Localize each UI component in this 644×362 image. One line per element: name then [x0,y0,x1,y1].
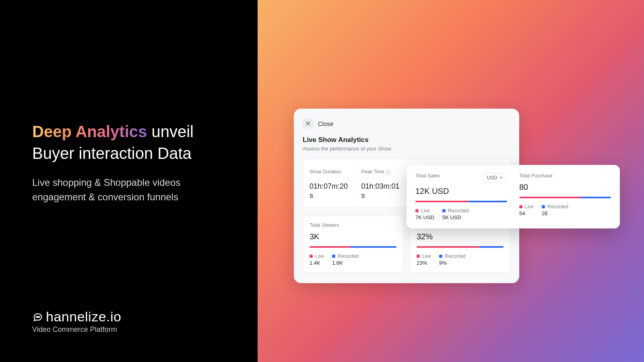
bar-recorded-segment [581,197,611,198]
headline-accent: Deep Analytics [32,123,147,140]
svg-point-2 [39,316,39,317]
chat-bubble-icon [32,311,43,323]
bar-live-segment [417,246,479,248]
legend: Live1.4K Recorded1.6K [310,253,396,266]
hero-panel: Deep Analytics unveil Buyer interaction … [0,0,258,362]
close-icon [305,121,310,126]
stat-label: Total Sales [415,173,440,179]
progress-bar [310,246,396,248]
headline-line2: Buyer interaction Data [32,144,192,162]
legend: Live54 Recorded26 [519,204,611,216]
stat-value: 80 [519,183,611,192]
currency-select[interactable]: USD [483,173,507,183]
bar-recorded-segment [479,246,504,248]
close-button[interactable] [303,118,313,129]
chevron-down-icon [500,177,503,179]
recorded-swatch-icon [542,205,545,208]
recorded-swatch-icon [332,255,335,258]
stat-value: 3K [310,232,396,241]
info-icon[interactable]: ? [386,170,390,175]
brand-text: hannelize.io [46,309,121,325]
stat-label: Total Purchase [519,173,553,179]
card-total-sales: Total Sales USD 12K USD Live7K USD Recor… [415,173,507,220]
close-label: Close [318,120,333,127]
floating-summary-card: Total Sales USD 12K USD Live7K USD Recor… [407,165,620,228]
progress-bar [519,197,611,198]
bar-recorded-segment [469,201,507,202]
live-swatch-icon [417,255,420,258]
progress-bar [415,201,507,202]
stat-value: 12K USD [415,187,507,196]
panel-subtitle: Assess the performance of your Show [303,146,510,152]
bar-recorded-segment [351,246,396,248]
metric-peak-time: Peak Time ? 01h:03m:01s [355,165,407,202]
legend: Live23% Recorded9% [417,253,504,266]
card-total-viewers: Total Viewers 3K Live1.4K Recorded1.6K [303,216,403,273]
headline-rest: unveil [147,123,194,140]
brand-name: hannelize.io [32,309,121,325]
live-swatch-icon [310,255,313,258]
brand-block: hannelize.io Video Commerce Platform [32,309,121,334]
brand-tagline: Video Commerce Platform [32,325,121,334]
panel-title: Live Show Analytics [303,136,510,144]
bar-live-segment [519,197,581,198]
bar-live-segment [310,246,351,248]
subheadline: Live shopping & Shoppable videos engagem… [32,175,225,204]
stat-value: 32% [417,232,504,241]
metric-show-duration: Show Duration 01h:07m:20s [303,165,355,202]
live-swatch-icon [519,205,522,208]
progress-bar [417,246,504,248]
stat-label: Total Viewers [310,222,339,228]
gradient-panel: Close Live Show Analytics Assess the per… [258,0,644,362]
recorded-swatch-icon [439,255,442,258]
recorded-swatch-icon [442,209,446,212]
bar-live-segment [415,201,469,202]
card-total-purchase: Total Purchase 80 Live54 Recorded26 [519,173,611,220]
svg-point-1 [37,316,38,317]
legend: Live7K USD Recorded5K USD [415,208,507,220]
svg-point-0 [36,316,37,317]
live-swatch-icon [415,209,419,212]
headline: Deep Analytics unveil Buyer interaction … [32,121,225,164]
